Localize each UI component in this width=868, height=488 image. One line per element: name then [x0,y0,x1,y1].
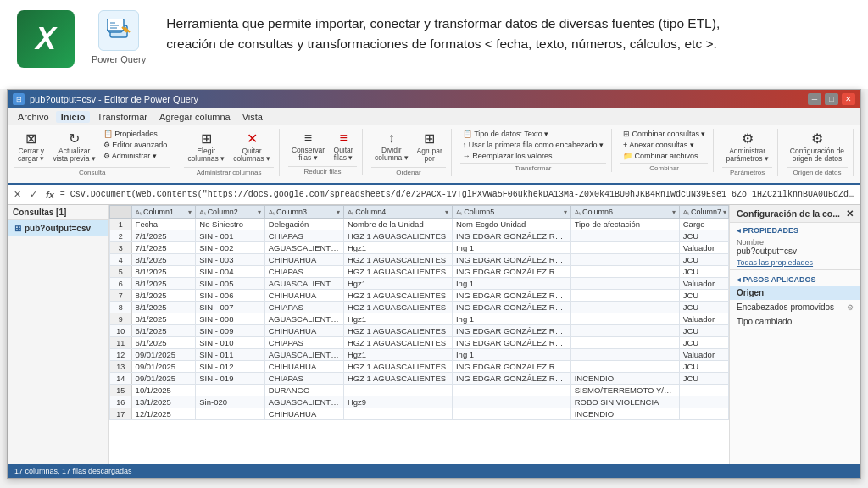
ribbon-actualizar[interactable]: ↻ Actualizarvista previa ▾ [49,129,98,165]
step-gear-icon[interactable]: ⚙ [847,303,854,312]
step-item-0[interactable]: Origen [730,286,860,300]
ribbon-group-parametros: ⚙ Administrarparámetros ▾ Parámetros [721,129,777,176]
step-item-2[interactable]: Tipo cambiado [730,314,860,329]
col-header-3[interactable]: Aₜ Column3 ▾ [264,206,343,219]
minimize-button[interactable]: ─ [808,93,821,105]
ribbon-config-origen[interactable]: ⚙ Configuración deorigen de datos [787,129,848,165]
table-cell: Tipo de afectación [570,219,679,230]
table-cell: Ing 1 [452,278,570,290]
formula-check-btn[interactable]: ✓ [27,188,40,201]
ribbon-quitar-filas[interactable]: ≡ Quitarfilas ▾ [330,129,357,164]
table-cell: HGZ 1 AGUASCALIENTES [343,254,452,266]
table-cell: Cargo [679,219,728,230]
col-header-7[interactable]: Aₜ Column7 ▾ [679,206,728,219]
close-button[interactable]: ✕ [842,93,855,105]
col-header-2[interactable]: Aₜ Column2 ▾ [196,206,264,219]
col-header-1[interactable]: Aₜ Column1 ▾ [131,206,196,219]
table-cell: Ing 1 [452,242,570,254]
table-cell: HGZ 1 AGUASCALIENTES [343,230,452,242]
table-row: 1613/1/2025Sin-020AGUASCALIENTESHgz9ROBO… [110,396,729,408]
table-cell: HGZ 1 AGUASCALIENTES [343,325,452,337]
row-num: 1 [110,219,132,230]
formula-content[interactable]: = Csv.Document(Web.Contents("https://doc… [60,190,857,199]
ribbon-agrupar-por[interactable]: ⊞ Agruparpor [414,129,446,165]
menu-vista[interactable]: Vista [237,111,268,123]
table-cell: 8/1/2025 [131,302,196,313]
menu-inicio[interactable]: Inicio [56,111,91,123]
ribbon-group-transformar: 📋 Tipo de datos: Texto ▾ ↑ Usar la prime… [459,129,612,172]
table-cell: SIN - 004 [196,266,264,278]
ribbon-tipo-datos[interactable]: 📋 Tipo de datos: Texto ▾ [460,129,606,139]
step-item-1[interactable]: Encabezados promovidos⚙ [730,300,860,314]
ribbon-group-origen: ⚙ Configuración deorigen de datos Origen… [785,129,854,176]
menu-transformar[interactable]: Transformar [92,111,153,123]
table-row: 1209/01/2025SIN - 011AGUASCALIENTESHgz1I… [110,349,729,361]
ribbon-combinar-consultas[interactable]: ⊞ Combinar consultas ▾ [620,129,709,139]
table-cell [570,302,679,313]
table-cell: ING EDGAR GONZÁLEZ ROMO [452,302,570,313]
maximize-button[interactable]: □ [825,93,838,105]
formula-x-btn[interactable]: ✕ [11,188,24,201]
table-row: 48/1/2025SIN - 003CHIHUAHUAHGZ 1 AGUASCA… [110,254,729,266]
table-cell [679,408,728,420]
table-cell: JCU [679,230,728,242]
all-props-link[interactable]: Todas las propiedades [730,258,860,268]
row-num: 9 [110,313,132,325]
row-num: 4 [110,254,132,266]
row-num: 8 [110,302,132,313]
step-name: Origen [737,288,764,297]
ribbon-anexar-consultas[interactable]: + Anexar consultas ▾ [620,140,709,150]
table-cell: JCU [679,361,728,373]
table-cell: 12/1/2025 [131,408,196,420]
table-row: 1712/1/2025CHIHUAHUAINCENDIO [110,408,729,420]
table-cell: JCU [679,373,728,385]
table-cell [570,313,679,325]
ribbon-dividir-columna[interactable]: ↕ Dividircolumna ▾ [371,129,412,164]
ribbon-primera-fila[interactable]: ↑ Usar la primera fila como encabezado ▾ [460,140,606,150]
table-cell: ING EDGAR GONZÁLEZ ROMO [452,254,570,266]
ribbon-quitar-columnas[interactable]: ✕ Quitarcolumnas ▾ [230,129,274,165]
table-cell: HGZ 1 AGUASCALIENTES [343,373,452,385]
table-cell: 6/1/2025 [131,337,196,349]
ribbon-reemplazar-valores[interactable]: ↔ Reemplazar los valores [460,151,606,161]
ribbon-combinar-col: ⊞ Combinar consultas ▾ + Anexar consulta… [620,129,709,161]
table-cell: CHIAPAS [264,230,343,242]
ribbon-cerrar-cargar[interactable]: ⊠ Cerrar ycargar ▾ [14,129,47,165]
main-area: Consultas [1] ⊞ pub?output=csv Aₜ Column… [8,205,860,464]
table-cell: 8/1/2025 [131,254,196,266]
ribbon-editor-avanzado[interactable]: ⚙ Editor avanzado [101,140,170,150]
col-header-6[interactable]: Aₜ Column6 ▾ [570,206,679,219]
left-panel-header: Consultas [1] [8,205,108,220]
table-cell: 8/1/2025 [131,290,196,302]
ribbon-propiedades[interactable]: 📋 Propiedades [101,129,170,139]
row-num: 14 [110,373,132,385]
config-close-btn[interactable]: ✕ [846,208,854,219]
ribbon-administrar-parametros[interactable]: ⚙ Administrarparámetros ▾ [722,129,771,165]
table-cell: JCU [679,266,728,278]
table-cell: AGUASCALIENTES [264,349,343,361]
table-cell [679,385,728,396]
menu-agregar-columna[interactable]: Agregar columna [154,111,236,123]
menu-archivo[interactable]: Archivo [13,111,54,123]
ribbon-conservar-filas[interactable]: ≡ Conservarfilas ▾ [288,129,328,164]
ribbon-combinar-archivos[interactable]: 📁 Combinar archivos [620,151,709,161]
table-cell: 8/1/2025 [131,313,196,325]
ribbon-administrar-dropdown[interactable]: ⚙ Administrar ▾ [101,151,170,161]
ribbon-elegir-columnas[interactable]: ⊞ Elegircolumnas ▾ [184,129,228,165]
table-cell: INCENDIO [570,408,679,420]
table-cell: ING EDGAR GONZÁLEZ ROMO [452,290,570,302]
table-cell: 09/01/2025 [131,373,196,385]
query-icon: ⊞ [14,224,21,233]
table-cell: Hgz9 [343,396,452,408]
window-controls[interactable]: ─ □ ✕ [808,93,855,105]
col-header-4[interactable]: Aₜ Column4 ▾ [343,206,452,219]
col-header-5[interactable]: Aₜ Column5 ▾ [452,206,570,219]
table-row: 78/1/2025SIN - 006CHIHUAHUAHGZ 1 AGUASCA… [110,290,729,302]
table-scroll[interactable]: Aₜ Column1 ▾ Aₜ Column2 ▾ Aₜ Column3 ▾ A… [109,205,729,464]
status-bar: 17 columnas, 17 filas descargadas [8,464,860,478]
formula-fx-btn[interactable]: fx [43,189,57,201]
query-item-main[interactable]: ⊞ pub?output=csv [8,220,108,236]
table-cell [570,230,679,242]
config-title: Configuración de la co... [737,208,840,219]
table-cell: Hgz1 [343,242,452,254]
